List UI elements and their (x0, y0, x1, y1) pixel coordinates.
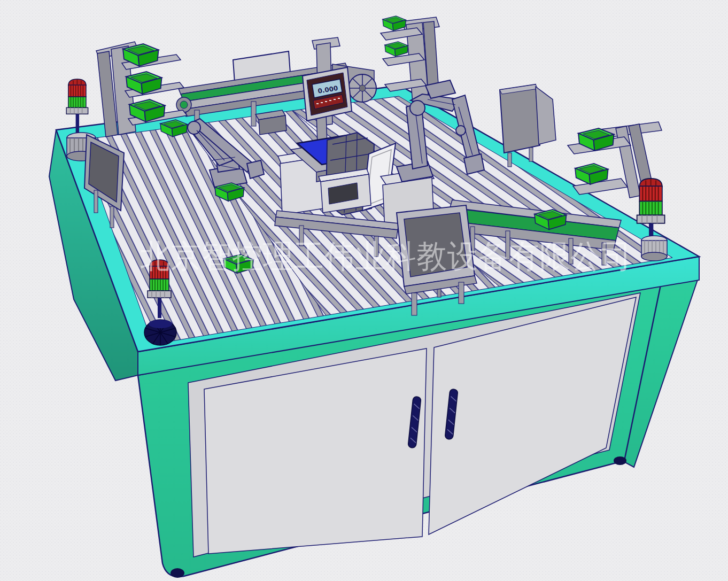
panel-leg (508, 153, 512, 167)
monitor-leg (459, 282, 464, 304)
tower-base-rim (149, 320, 172, 328)
panel-leg (94, 190, 98, 213)
tower-light-right (637, 179, 667, 261)
robot-wrist (464, 154, 484, 174)
panel-leg (110, 206, 114, 228)
conveyor-end-roller-hub (180, 101, 188, 109)
cad-render-stage: 0.000 (0, 0, 728, 581)
watermark-text: 北京智控理工伟业科教设备有限公司 (140, 237, 632, 275)
cad-render: 0.000 (0, 0, 728, 581)
motor-hub (359, 85, 366, 91)
panel-leg (529, 148, 533, 161)
table-foot-right (614, 456, 626, 465)
robot-shoulder-joint (410, 100, 425, 115)
panel-face (500, 84, 540, 153)
monitor-leg (412, 293, 417, 315)
table-foot-left (171, 568, 184, 578)
tower-base-bottom (641, 252, 667, 261)
